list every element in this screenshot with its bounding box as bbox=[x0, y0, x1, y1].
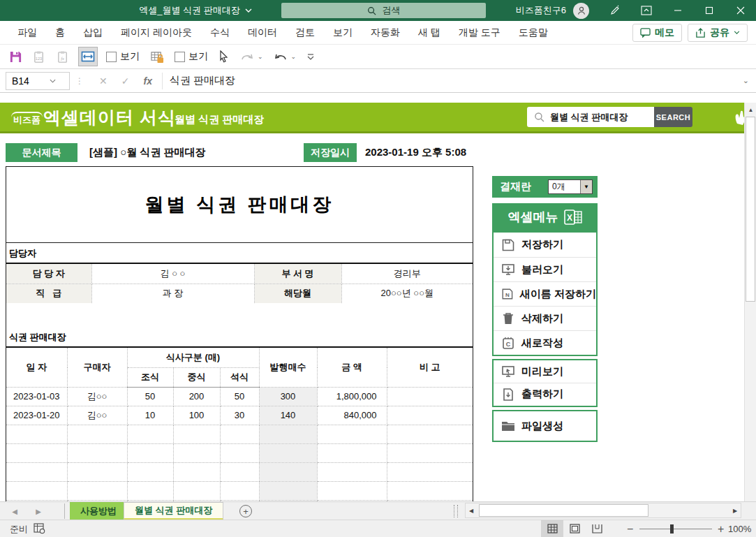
ribbon-tab-insert[interactable]: 삽입 bbox=[74, 21, 112, 45]
cell-lunch[interactable] bbox=[173, 481, 220, 500]
ribbon-tab-help[interactable]: 도움말 bbox=[510, 21, 557, 45]
comments-button[interactable]: 메모 bbox=[632, 24, 682, 42]
cell-date[interactable] bbox=[6, 443, 67, 462]
cell-issued[interactable] bbox=[259, 462, 317, 481]
cell-amount[interactable]: 840,000 bbox=[317, 406, 387, 425]
ribbon-tab-view[interactable]: 보기 bbox=[324, 21, 362, 45]
formula-bar-expand-icon[interactable]: ⌄ bbox=[743, 76, 756, 85]
cell-issued[interactable]: 140 bbox=[259, 406, 317, 425]
cell-note[interactable] bbox=[387, 406, 473, 425]
cell-dinner[interactable] bbox=[220, 443, 259, 462]
cell-issued[interactable] bbox=[259, 481, 317, 500]
normal-view-button[interactable] bbox=[541, 520, 563, 537]
cell-date[interactable] bbox=[6, 425, 67, 443]
chevron-down-icon[interactable] bbox=[50, 79, 56, 83]
formula-bar-value[interactable]: 식권 판매대장 bbox=[163, 74, 743, 87]
scroll-left-icon[interactable]: ◀ bbox=[466, 503, 477, 517]
ribbon-tab-home[interactable]: 홈 bbox=[46, 21, 74, 45]
maximize-button[interactable] bbox=[693, 0, 725, 21]
horizontal-scrollbar-thumb[interactable] bbox=[479, 504, 648, 517]
horizontal-scrollbar[interactable]: ◀ ▶ bbox=[465, 503, 741, 518]
cell-date[interactable] bbox=[6, 481, 67, 500]
cell-note[interactable] bbox=[387, 462, 473, 481]
ribbon-tab-automate[interactable]: 자동화 bbox=[362, 21, 409, 45]
menu-delete[interactable]: 삭제하기 bbox=[494, 306, 596, 330]
cell-amount[interactable] bbox=[317, 481, 387, 500]
name-box-input[interactable] bbox=[6, 75, 50, 87]
cell-lunch[interactable]: 100 bbox=[173, 406, 220, 425]
cell-dinner[interactable] bbox=[220, 481, 259, 500]
view-toggle-1[interactable]: 보기 bbox=[104, 48, 142, 65]
menu-new[interactable]: C 새로작성 bbox=[494, 330, 596, 355]
close-button[interactable] bbox=[725, 0, 756, 21]
undo-button[interactable]: ⌄ bbox=[272, 49, 299, 64]
cell-breakfast[interactable]: 50 bbox=[127, 387, 173, 406]
cell-buyer[interactable] bbox=[67, 462, 127, 481]
add-sheet-button[interactable]: + bbox=[239, 505, 252, 517]
minimize-button[interactable] bbox=[662, 0, 693, 21]
approval-count-dropdown[interactable]: 0개 ▼ bbox=[548, 179, 593, 194]
zoom-in-icon[interactable]: + bbox=[718, 520, 724, 537]
cell-buyer[interactable] bbox=[67, 481, 127, 500]
cell-buyer[interactable]: 김○○ bbox=[67, 387, 127, 406]
paste-values-button[interactable]: 123 bbox=[31, 48, 48, 66]
save-button[interactable] bbox=[7, 48, 24, 66]
titlebar-search-box[interactable]: 검색 bbox=[281, 3, 486, 18]
window-title[interactable]: 엑셀_월별 식권 판매대장 bbox=[91, 0, 300, 21]
cell-date[interactable]: 2023-01-03 bbox=[6, 387, 67, 406]
cell-buyer[interactable]: 김○○ bbox=[67, 406, 127, 425]
fit-width-button[interactable] bbox=[78, 47, 98, 66]
cell-lunch[interactable] bbox=[173, 462, 220, 481]
cell-dinner[interactable]: 30 bbox=[220, 406, 259, 425]
manager-value-cell[interactable]: 김 ○ ○ bbox=[91, 264, 254, 284]
manager-value-cell[interactable]: 경리부 bbox=[341, 264, 473, 284]
page-break-view-button[interactable] bbox=[586, 520, 608, 537]
cell-breakfast[interactable]: 10 bbox=[127, 406, 173, 425]
cell-note[interactable] bbox=[387, 481, 473, 500]
tab-scrollbar-splitter[interactable] bbox=[454, 505, 458, 517]
ribbon-tab-review[interactable]: 검토 bbox=[286, 21, 324, 45]
banner-search-button[interactable]: SEARCH bbox=[654, 107, 692, 127]
cell-amount[interactable]: 1,800,000 bbox=[317, 387, 387, 406]
zoom-slider-thumb[interactable] bbox=[670, 524, 674, 534]
select-cursor-button[interactable] bbox=[216, 48, 232, 66]
menu-create-file[interactable]: 파일생성 bbox=[494, 411, 596, 441]
share-button[interactable]: 공유 bbox=[688, 24, 748, 42]
page-layout-view-button[interactable] bbox=[563, 520, 586, 537]
dropdown-arrow-icon[interactable]: ▼ bbox=[580, 180, 592, 193]
account-name[interactable]: 비즈폼친구6 bbox=[516, 4, 566, 17]
cell-breakfast[interactable] bbox=[127, 425, 173, 443]
menu-preview[interactable]: 미리보기 bbox=[494, 360, 596, 383]
ribbon-tab-file[interactable]: 파일 bbox=[8, 21, 46, 45]
menu-load[interactable]: 불러오기 bbox=[494, 257, 596, 281]
ribbon-tab-formulas[interactable]: 수식 bbox=[201, 21, 239, 45]
zoom-slider-track[interactable] bbox=[639, 529, 712, 529]
cell-breakfast[interactable] bbox=[127, 462, 173, 481]
next-sheet-icon[interactable]: ▶ bbox=[29, 502, 47, 520]
confirm-entry-icon[interactable]: ✓ bbox=[121, 75, 130, 87]
cell-date[interactable]: 2023-01-20 bbox=[6, 406, 67, 425]
cell-note[interactable] bbox=[387, 387, 473, 406]
cell-note[interactable] bbox=[387, 443, 473, 462]
ribbon-display-options-button[interactable] bbox=[630, 0, 662, 21]
cell-date[interactable] bbox=[6, 462, 67, 481]
cancel-entry-icon[interactable]: ✕ bbox=[99, 75, 108, 87]
banner-search-input[interactable] bbox=[550, 112, 644, 122]
sheet-tab-ledger[interactable]: 월별 식권 판매대장 bbox=[124, 502, 223, 520]
zoom-level-label[interactable]: 100% bbox=[728, 520, 751, 537]
macro-record-icon[interactable] bbox=[34, 523, 45, 534]
avatar[interactable] bbox=[573, 3, 589, 19]
menu-save-as[interactable]: N 새이름 저장하기 bbox=[494, 281, 596, 306]
vertical-scrollbar-thumb[interactable] bbox=[746, 117, 755, 302]
cell-amount[interactable] bbox=[317, 462, 387, 481]
pen-mode-button[interactable] bbox=[599, 0, 630, 21]
scroll-up-icon[interactable]: ▲ bbox=[745, 104, 756, 116]
redo-button[interactable]: ⌄ bbox=[238, 49, 265, 64]
paste-formulas-button[interactable]: fx bbox=[54, 48, 72, 66]
ribbon-tab-developer[interactable]: 개발 도구 bbox=[450, 21, 510, 45]
vertical-scrollbar[interactable]: ▲ ▼ bbox=[744, 103, 756, 520]
ribbon-tab-page-layout[interactable]: 페이지 레이아웃 bbox=[112, 21, 201, 45]
menu-save[interactable]: 저장하기 bbox=[494, 233, 596, 257]
cell-note[interactable] bbox=[387, 425, 473, 443]
cell-lunch[interactable] bbox=[173, 443, 220, 462]
